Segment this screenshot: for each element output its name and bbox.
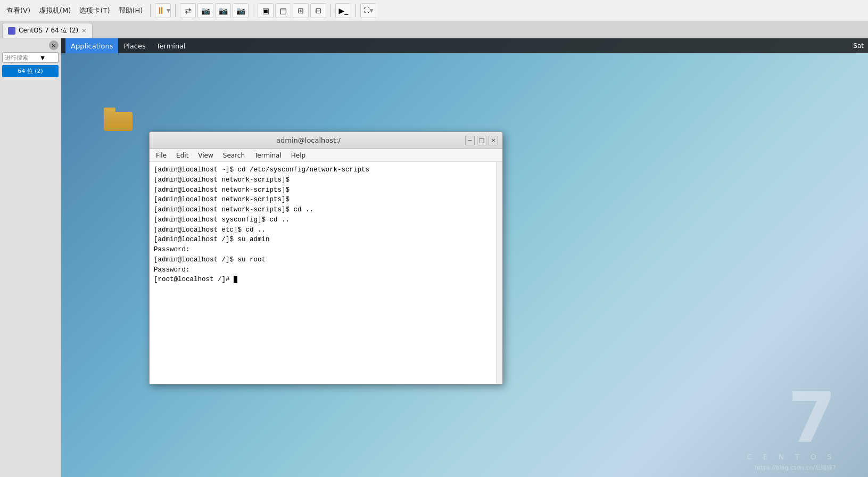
centos-watermark: 7 C E N T O S <box>747 383 836 461</box>
terminal-line: Password: <box>154 245 492 255</box>
terminal-line: Password: <box>154 265 492 275</box>
terminal-line: [admin@localhost sysconfig]$ cd .. <box>154 215 492 225</box>
terminal-line: [admin@localhost /]$ su root <box>154 255 492 265</box>
terminal-cursor <box>234 276 237 283</box>
sidebar-search[interactable]: ▼ <box>2 52 59 63</box>
terminal-line: [admin@localhost network-scripts]$ cd .. <box>154 205 492 215</box>
display-btn1[interactable]: ▣ <box>258 3 274 18</box>
reset-button[interactable]: ⇄ <box>180 3 196 18</box>
terminal-maximize-btn[interactable]: □ <box>477 136 486 145</box>
toolbar-group-1: ⇄ 📷 📷 📷 <box>180 3 249 18</box>
terminal-btn[interactable]: ▶_ <box>335 3 351 18</box>
vm-display[interactable]: Applications Places Terminal Sat admin@l… <box>61 38 868 477</box>
terminal-line: [root@localhost /]# <box>154 275 492 285</box>
folder-tab <box>104 108 115 112</box>
sidebar-vm-item[interactable]: 64 位 (2) <box>2 65 59 77</box>
snapshot3-button[interactable]: 📷 <box>233 3 249 18</box>
term-menu-search[interactable]: Search <box>219 151 249 160</box>
centos-desktop: Applications Places Terminal Sat admin@l… <box>61 38 868 477</box>
vm-tab[interactable]: CentOS 7 64 位 (2) × <box>2 23 93 38</box>
terminal-line: [admin@localhost network-scripts]$ <box>154 195 492 205</box>
fullscreen-arrow: ▼ <box>369 8 373 13</box>
pause-button[interactable]: ⏸ ▼ <box>155 3 171 18</box>
toolbar-sep-4 <box>330 4 331 17</box>
vm-sidebar: × ▼ 64 位 (2) <box>0 38 61 477</box>
term-menu-help[interactable]: Help <box>287 151 310 160</box>
terminal-close-btn[interactable]: × <box>489 136 498 145</box>
vbox-tabbar: CentOS 7 64 位 (2) × <box>0 21 868 38</box>
desktop-folder[interactable] <box>104 108 133 131</box>
gnome-applications[interactable]: Applications <box>65 38 118 53</box>
term-menu-terminal[interactable]: Terminal <box>250 151 286 160</box>
sidebar-close-button[interactable]: × <box>49 40 59 50</box>
terminal-line: [admin@localhost network-scripts]$ <box>154 175 492 185</box>
centos-number: 7 <box>747 383 836 453</box>
terminal-window[interactable]: admin@localhost:/ − □ × File Edit View S… <box>149 131 503 384</box>
vbox-outer: 查看(V) 虚拟机(M) 选项卡(T) 帮助(H) ⏸ ▼ ⇄ 📷 📷 📷 ▣ … <box>0 0 868 477</box>
vbox-toolbar: 查看(V) 虚拟机(M) 选项卡(T) 帮助(H) ⏸ ▼ ⇄ 📷 📷 📷 ▣ … <box>0 0 868 21</box>
pause-dropdown-arrow: ▼ <box>167 8 170 13</box>
terminal-body: [admin@localhost ~]$ cd /etc/sysconfig/n… <box>150 162 502 384</box>
vm-tab-label: CentOS 7 64 位 (2) <box>19 26 78 35</box>
centos-url: https://blog.csdn.cn/后端猫7 <box>755 464 836 472</box>
terminal-content[interactable]: [admin@localhost ~]$ cd /etc/sysconfig/n… <box>150 162 496 384</box>
terminal-line: [admin@localhost /]$ su admin <box>154 235 492 245</box>
fullscreen-btn[interactable]: ⛶ ▼ <box>360 3 376 18</box>
search-input[interactable] <box>5 54 37 61</box>
menu-view[interactable]: 查看(V) <box>3 5 34 17</box>
display-btn4[interactable]: ⊟ <box>310 3 326 18</box>
term-menu-view[interactable]: View <box>194 151 217 160</box>
gnome-topbar: Applications Places Terminal Sat <box>61 38 868 53</box>
toolbar-sep-2 <box>175 4 176 17</box>
vm-body: × ▼ 64 位 (2) Applications Places Termina… <box>0 38 868 477</box>
folder-body <box>104 112 133 131</box>
pause-icon: ⏸ <box>156 5 166 16</box>
gnome-clock: Sat <box>853 42 864 50</box>
terminal-title: admin@localhost:/ <box>154 136 463 144</box>
folder-icon <box>104 108 133 131</box>
fullscreen-icon: ⛶ <box>363 7 369 14</box>
vm-tab-icon <box>8 27 15 35</box>
vm-tab-close[interactable]: × <box>81 27 86 34</box>
terminal-line: [admin@localhost network-scripts]$ <box>154 185 492 195</box>
gnome-places[interactable]: Places <box>118 38 151 53</box>
terminal-titlebar: admin@localhost:/ − □ × <box>150 132 502 149</box>
display-btn2[interactable]: ▤ <box>275 3 291 18</box>
terminal-menubar: File Edit View Search Terminal Help <box>150 149 502 162</box>
toolbar-group-2: ▣ ▤ ⊞ ⊟ <box>258 3 326 18</box>
display-btn3[interactable]: ⊞ <box>293 3 309 18</box>
gnome-terminal[interactable]: Terminal <box>151 38 191 53</box>
toolbar-separator <box>150 4 151 17</box>
snapshot2-button[interactable]: 📷 <box>215 3 231 18</box>
terminal-scrollbar[interactable] <box>496 162 502 384</box>
terminal-line: [admin@localhost etc]$ cd .. <box>154 225 492 235</box>
toolbar-sep-5 <box>356 4 356 17</box>
menu-tab[interactable]: 选项卡(T) <box>76 5 113 17</box>
menu-vm[interactable]: 虚拟机(M) <box>36 5 74 17</box>
terminal-minimize-btn[interactable]: − <box>465 136 475 145</box>
term-menu-edit[interactable]: Edit <box>172 151 193 160</box>
search-dropdown-arrow[interactable]: ▼ <box>39 54 46 61</box>
toolbar-sep-3 <box>253 4 253 17</box>
centos-text: C E N T O S <box>747 453 836 461</box>
terminal-line: [admin@localhost ~]$ cd /etc/sysconfig/n… <box>154 165 492 175</box>
menu-help[interactable]: 帮助(H) <box>115 5 146 17</box>
term-menu-file[interactable]: File <box>152 151 171 160</box>
snapshot-button[interactable]: 📷 <box>197 3 213 18</box>
